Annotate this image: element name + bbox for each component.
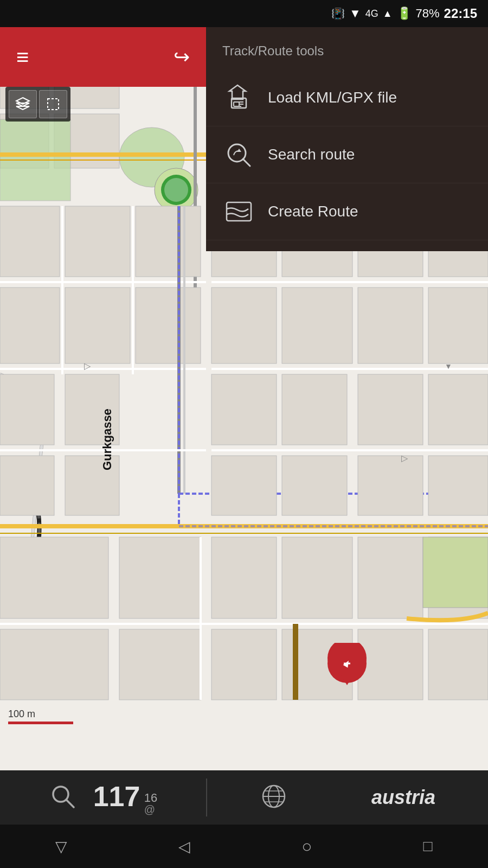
search-route-item[interactable]: Search route <box>206 126 488 183</box>
svg-rect-45 <box>136 288 201 363</box>
svg-text:Gurkgasse: Gurkgasse <box>100 409 114 470</box>
svg-rect-36 <box>358 288 423 363</box>
layers-button[interactable] <box>9 90 37 118</box>
dropdown-menu: Track/Route tools Load KML/GPX file <box>206 27 488 251</box>
svg-rect-94 <box>234 102 239 106</box>
svg-text:▼: ▼ <box>445 362 452 371</box>
create-route-icon <box>222 195 255 228</box>
globe-icon <box>260 782 288 810</box>
status-icons: 📳 ▼ 4G ▲ 🔋 78% 22:15 <box>331 6 477 21</box>
zoom-super: 16 <box>144 792 157 804</box>
toolbar-left: 117 16 @ <box>0 780 206 815</box>
search-button[interactable] <box>49 782 77 813</box>
svg-marker-100 <box>237 149 241 152</box>
svg-rect-42 <box>136 206 201 277</box>
svg-line-103 <box>66 800 74 807</box>
svg-text:▷: ▷ <box>401 454 408 463</box>
select-icon <box>44 95 62 113</box>
globe-button[interactable] <box>260 782 288 813</box>
layers-icon <box>14 95 31 113</box>
svg-rect-62 <box>358 456 423 515</box>
svg-rect-44 <box>65 288 130 363</box>
scale-text: 100 m <box>8 709 73 720</box>
nav-bar: ▽ ◁ ○ □ <box>0 825 488 868</box>
svg-rect-73 <box>119 629 201 700</box>
svg-line-99 <box>243 159 250 166</box>
battery-icon: 🔋 <box>397 7 412 21</box>
svg-rect-34 <box>211 288 277 363</box>
svg-rect-61 <box>282 456 347 515</box>
bottom-toolbar: 117 16 @ austria <box>0 770 488 825</box>
svg-rect-66 <box>0 537 108 618</box>
svg-rect-92 <box>48 99 59 110</box>
svg-rect-69 <box>282 537 352 618</box>
status-bar: 📳 ▼ 4G ▲ 🔋 78% 22:15 <box>0 0 488 27</box>
load-kml-icon <box>222 81 255 114</box>
svg-rect-74 <box>211 629 277 700</box>
create-route-label: Create Route <box>268 203 358 220</box>
create-route-item[interactable]: Create Route <box>206 183 488 240</box>
battery-level: 78% <box>416 7 440 21</box>
svg-rect-101 <box>227 202 251 221</box>
map-provider: austria <box>371 786 435 809</box>
svg-rect-55 <box>282 374 347 445</box>
svg-rect-56 <box>358 374 423 445</box>
vibrate-icon: 📳 <box>331 7 345 20</box>
clock: 22:15 <box>444 6 477 21</box>
zoom-level: 117 <box>93 781 140 812</box>
network-icon: 4G <box>365 8 378 20</box>
recent-apps-button[interactable]: □ <box>423 838 433 855</box>
svg-rect-58 <box>0 456 54 515</box>
svg-rect-35 <box>282 288 352 363</box>
svg-rect-60 <box>211 456 277 515</box>
select-button[interactable] <box>39 90 67 118</box>
svg-rect-70 <box>358 537 423 618</box>
app-header: ≡ ↪ <box>0 27 206 87</box>
svg-rect-68 <box>211 537 277 618</box>
svg-point-10 <box>164 178 188 202</box>
svg-rect-57 <box>428 374 488 445</box>
svg-rect-72 <box>0 629 108 700</box>
search-route-icon <box>222 138 255 171</box>
search-route-label: Search route <box>268 146 355 163</box>
pin-svg <box>325 643 369 697</box>
svg-rect-40 <box>0 206 60 277</box>
search-icon <box>49 782 77 810</box>
home-button[interactable]: ○ <box>301 837 312 857</box>
load-kml-item[interactable]: Load KML/GPX file <box>206 69 488 126</box>
wifi-icon: ▼ <box>349 7 361 21</box>
svg-rect-80 <box>423 537 488 608</box>
zoom-at: @ <box>144 804 157 815</box>
load-kml-label: Load KML/GPX file <box>268 89 397 106</box>
svg-rect-52 <box>0 374 54 445</box>
zoom-display: 117 16 @ <box>93 780 158 815</box>
svg-rect-77 <box>428 629 488 700</box>
svg-rect-67 <box>119 537 201 618</box>
svg-rect-54 <box>211 374 277 445</box>
menu-button[interactable]: ≡ <box>16 45 29 69</box>
nav-button[interactable]: ↪ <box>174 46 190 68</box>
toolbar-right: austria <box>207 782 488 813</box>
svg-text:▷: ▷ <box>84 361 91 371</box>
svg-rect-63 <box>428 456 488 515</box>
map-pin <box>325 643 369 697</box>
scale-bar: 100 m <box>8 709 73 724</box>
map-controls <box>5 87 70 122</box>
svg-marker-91 <box>16 106 29 110</box>
scale-line <box>8 722 73 724</box>
svg-rect-41 <box>65 206 130 277</box>
svg-rect-37 <box>428 288 488 363</box>
back-button[interactable]: ▽ <box>55 838 67 856</box>
back-nav-button[interactable]: ◁ <box>178 838 190 856</box>
dropdown-title: Track/Route tools <box>206 38 488 69</box>
svg-rect-43 <box>0 288 60 363</box>
signal-bars: ▲ <box>383 8 393 20</box>
